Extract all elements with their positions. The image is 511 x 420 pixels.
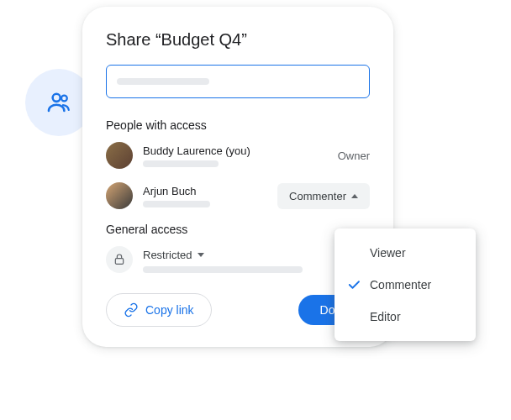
- dialog-title: Share “Budget Q4”: [106, 30, 370, 50]
- people-icon: [45, 88, 73, 117]
- role-option-viewer[interactable]: Viewer: [335, 237, 476, 269]
- avatar: [106, 182, 133, 209]
- caret-up-icon: [351, 194, 358, 198]
- input-placeholder-skeleton: [117, 78, 209, 85]
- role-menu: Viewer Commenter Editor: [335, 228, 476, 341]
- owner-label: Owner: [338, 150, 370, 162]
- svg-rect-2: [115, 259, 123, 265]
- check-icon: [346, 277, 361, 292]
- person-info: Buddy Laurence (you): [143, 144, 338, 167]
- svg-point-0: [53, 94, 61, 102]
- email-skeleton: [143, 160, 219, 167]
- access-level-label: Restricted: [143, 249, 192, 261]
- avatar: [106, 142, 133, 169]
- add-people-input[interactable]: [106, 65, 370, 98]
- lock-icon: [113, 253, 126, 266]
- role-option-label: Commenter: [370, 278, 431, 291]
- role-option-label: Editor: [370, 310, 401, 323]
- svg-point-1: [61, 96, 67, 102]
- person-row: Buddy Laurence (you) Owner: [106, 142, 370, 169]
- check-placeholder: [346, 245, 361, 260]
- dialog-footer: Copy link Done: [106, 293, 370, 327]
- access-description-skeleton: [143, 266, 303, 273]
- check-placeholder: [346, 309, 361, 324]
- copy-link-label: Copy link: [145, 303, 194, 317]
- role-option-commenter[interactable]: Commenter: [335, 269, 476, 301]
- general-access-row: Restricted: [106, 246, 370, 273]
- caret-down-icon: [198, 253, 204, 257]
- copy-link-button[interactable]: Copy link: [106, 293, 212, 327]
- person-name: Buddy Laurence (you): [143, 144, 338, 157]
- role-option-editor[interactable]: Editor: [335, 301, 476, 333]
- access-level-dropdown[interactable]: Restricted: [143, 249, 204, 261]
- person-info: Arjun Buch: [143, 185, 277, 207]
- general-access-heading: General access: [106, 223, 370, 236]
- person-name: Arjun Buch: [143, 185, 277, 197]
- person-row: Arjun Buch Commenter: [106, 182, 370, 209]
- link-icon: [124, 302, 139, 318]
- role-option-label: Viewer: [370, 246, 406, 260]
- general-access-section: General access Restricted: [106, 223, 370, 273]
- lock-icon-badge: [106, 246, 133, 273]
- role-dropdown[interactable]: Commenter: [277, 183, 370, 209]
- people-with-access-heading: People with access: [106, 118, 370, 132]
- role-dropdown-label: Commenter: [289, 190, 346, 202]
- email-skeleton: [143, 201, 210, 207]
